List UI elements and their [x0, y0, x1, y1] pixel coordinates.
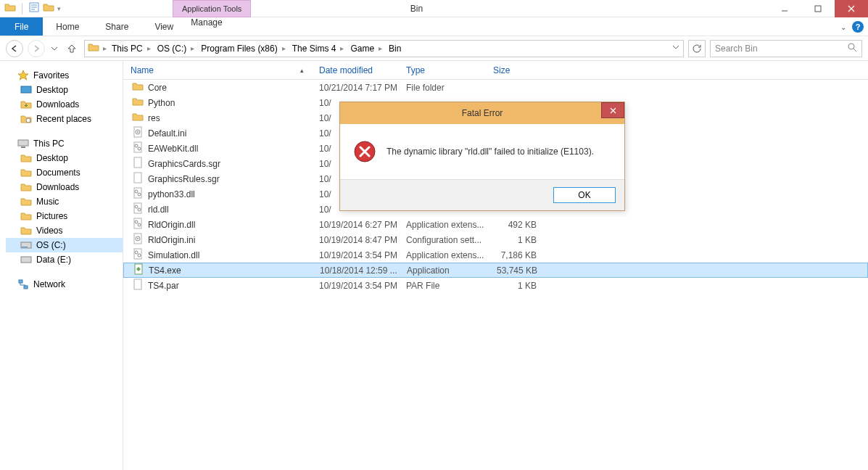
nav-group-network: Network: [6, 277, 123, 292]
refresh-button[interactable]: [688, 40, 706, 57]
chevron-right-icon[interactable]: ▸: [145, 44, 153, 52]
chevron-right-icon[interactable]: ▸: [101, 44, 109, 52]
dialog-close-button[interactable]: [601, 102, 624, 118]
breadcrumb[interactable]: This PC▸: [110, 44, 154, 54]
svg-rect-1: [815, 6, 821, 12]
dialog-footer: OK: [340, 179, 624, 210]
file-type: Application extens...: [399, 250, 486, 260]
file-name: Python: [148, 98, 175, 108]
file-size: 1 KB: [486, 281, 544, 291]
file-icon: [132, 202, 144, 216]
file-tab[interactable]: File: [0, 17, 43, 36]
nav-item-music[interactable]: Music: [6, 194, 123, 209]
chevron-right-icon[interactable]: ▸: [376, 44, 384, 52]
file-name: Core: [148, 83, 167, 93]
file-row[interactable]: TS4.exe10/18/2014 12:59 ...Application53…: [123, 263, 868, 278]
breadcrumb[interactable]: The Sims 4▸: [291, 44, 348, 54]
breadcrumb[interactable]: OS (C:)▸: [156, 44, 199, 54]
nav-header-favorites[interactable]: Favorites: [6, 68, 123, 83]
file-icon: [133, 263, 144, 277]
tab-manage[interactable]: Manage: [173, 17, 241, 28]
file-type: Application extens...: [399, 220, 486, 230]
chevron-right-icon[interactable]: ▸: [280, 44, 288, 52]
dialog-message: The dynamic library "rld.dll" failed to …: [387, 147, 594, 157]
tab-share[interactable]: Share: [92, 17, 141, 36]
network-icon: [17, 279, 29, 290]
chevron-right-icon[interactable]: ▸: [189, 44, 197, 52]
nav-label: This PC: [33, 139, 65, 149]
close-button[interactable]: [835, 0, 868, 17]
ok-button[interactable]: OK: [553, 187, 616, 203]
nav-item-videos[interactable]: Videos: [6, 223, 123, 238]
nav-item-documents[interactable]: Documents: [6, 165, 123, 180]
file-row[interactable]: RldOrigin.dll10/19/2014 6:27 PMApplicati…: [123, 217, 868, 232]
nav-item-pictures[interactable]: Pictures: [6, 209, 123, 223]
computer-icon: [17, 138, 29, 149]
tab-home[interactable]: Home: [43, 17, 92, 36]
nav-item-os-c[interactable]: OS (C:): [6, 238, 123, 252]
properties-icon[interactable]: [28, 1, 40, 15]
nav-label: Network: [33, 279, 65, 289]
nav-header-network[interactable]: Network: [6, 277, 123, 292]
new-folder-icon[interactable]: [43, 1, 54, 15]
file-icon: [132, 172, 144, 186]
up-button[interactable]: [64, 41, 80, 57]
ribbon: File Home Share View Manage ⌄ ?: [0, 17, 868, 36]
nav-item-downloads[interactable]: Downloads: [6, 97, 123, 112]
nav-header-thispc[interactable]: This PC: [6, 136, 123, 151]
file-name: rld.dll: [148, 205, 169, 215]
ribbon-expand-icon[interactable]: ⌄: [840, 23, 846, 31]
file-name: GraphicsRules.sgr: [148, 174, 220, 184]
svg-point-14: [137, 131, 139, 133]
breadcrumb[interactable]: Program Files (x86)▸: [199, 44, 289, 54]
nav-label: Favorites: [33, 70, 69, 81]
file-date: 10/19/2014 6:27 PM: [312, 220, 399, 230]
file-row[interactable]: RldOrigin.ini10/19/2014 8:47 PMConfigura…: [123, 232, 868, 247]
maximize-button[interactable]: [801, 0, 835, 17]
file-row[interactable]: Simulation.dll10/19/2014 3:54 PMApplicat…: [123, 247, 868, 263]
file-row[interactable]: Core10/21/2014 7:17 PMFile folder: [123, 80, 868, 95]
svg-point-2: [848, 44, 854, 49]
file-icon: [132, 81, 144, 94]
file-name: TS4.par: [148, 281, 179, 291]
file-size: 1 KB: [486, 235, 544, 245]
contextual-tab-application-tools[interactable]: Application Tools: [173, 0, 251, 17]
qat-dropdown-icon[interactable]: ▾: [57, 5, 61, 12]
minimize-button[interactable]: [768, 0, 801, 17]
svg-rect-3: [21, 86, 31, 93]
file-icon: [132, 126, 144, 140]
back-button[interactable]: [6, 40, 23, 57]
column-name[interactable]: Name▴: [123, 61, 312, 79]
help-icon[interactable]: ?: [852, 21, 864, 33]
nav-item-downloads[interactable]: Downloads: [6, 180, 123, 194]
error-dialog: Fatal Error The dynamic library "rld.dll…: [339, 102, 625, 211]
file-type: File folder: [399, 83, 486, 93]
column-type[interactable]: Type: [399, 61, 486, 79]
file-name: EAWebKit.dll: [148, 144, 198, 154]
dialog-body: The dynamic library "rld.dll" failed to …: [340, 124, 624, 179]
file-icon: [132, 279, 144, 292]
nav-item-desktop[interactable]: Desktop: [6, 83, 123, 97]
file-name: python33.dll: [148, 189, 195, 199]
file-name: Simulation.dll: [148, 250, 199, 260]
recent-locations-icon[interactable]: [49, 41, 59, 57]
column-size[interactable]: Size: [486, 61, 544, 79]
nav-item-recent[interactable]: Recent places: [6, 112, 123, 126]
file-icon: [132, 96, 144, 110]
nav-item-data-e[interactable]: Data (E:): [6, 252, 123, 267]
forward-button[interactable]: [28, 40, 45, 57]
search-input[interactable]: Search Bin: [710, 40, 862, 57]
address-bar[interactable]: ▸ This PC▸ OS (C:)▸ Program Files (x86)▸…: [84, 40, 684, 57]
svg-rect-9: [21, 257, 31, 263]
column-date[interactable]: Date modified: [312, 61, 399, 79]
folder-icon: [4, 1, 16, 15]
file-size: 492 KB: [486, 220, 544, 230]
chevron-right-icon[interactable]: ▸: [338, 44, 346, 52]
sort-indicator-icon: ▴: [300, 67, 304, 74]
address-dropdown-icon[interactable]: [671, 43, 680, 54]
breadcrumb[interactable]: Game▸: [349, 44, 386, 54]
breadcrumb[interactable]: Bin: [387, 44, 402, 54]
nav-item-desktop[interactable]: Desktop: [6, 151, 123, 165]
dialog-title-bar[interactable]: Fatal Error: [340, 102, 624, 124]
file-row[interactable]: TS4.par10/19/2014 3:54 PMPAR File1 KB: [123, 278, 868, 293]
